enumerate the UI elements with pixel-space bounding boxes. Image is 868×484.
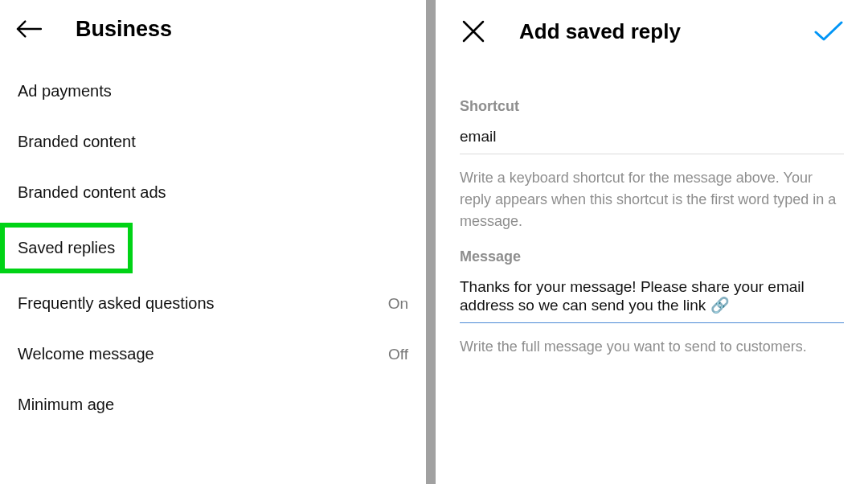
menu-label: Frequently asked questions [18, 294, 215, 313]
menu-status: Off [388, 346, 408, 363]
menu-item-saved-replies[interactable]: Saved replies [0, 223, 133, 273]
menu-status: On [388, 295, 408, 313]
menu-item-faq[interactable]: Frequently asked questions On [0, 278, 426, 329]
menu-label: Ad payments [18, 82, 112, 100]
menu-label: Welcome message [18, 345, 154, 363]
menu-item-welcome-message[interactable]: Welcome message Off [0, 329, 426, 379]
menu-item-branded-content-ads[interactable]: Branded content ads [0, 167, 426, 218]
shortcut-label: Shortcut [460, 98, 844, 115]
page-title-add-saved-reply: Add saved reply [519, 19, 813, 44]
message-helper: Write the full message you want to send … [460, 336, 844, 358]
message-input[interactable]: Thanks for your message! Please share yo… [460, 278, 844, 323]
business-settings-panel: Business Ad payments Branded content Bra… [0, 0, 426, 484]
shortcut-helper: Write a keyboard shortcut for the messag… [460, 167, 844, 232]
add-saved-reply-panel: Add saved reply Shortcut email Write a k… [436, 0, 868, 484]
message-label: Message [460, 248, 844, 265]
left-header: Business [0, 16, 426, 66]
close-icon[interactable] [460, 18, 487, 45]
menu-label: Branded content [18, 133, 136, 151]
menu-item-branded-content[interactable]: Branded content [0, 117, 426, 167]
menu-item-ad-payments[interactable]: Ad payments [0, 66, 426, 117]
shortcut-input[interactable]: email [460, 128, 844, 154]
back-arrow-icon[interactable] [16, 16, 42, 42]
panel-divider [426, 0, 436, 484]
menu-label: Saved replies [18, 239, 115, 256]
form-section: Shortcut email Write a keyboard shortcut… [436, 98, 868, 358]
menu-item-minimum-age[interactable]: Minimum age [0, 379, 426, 430]
menu-label: Branded content ads [18, 183, 166, 202]
right-header: Add saved reply [436, 16, 868, 87]
confirm-check-icon[interactable] [813, 16, 844, 47]
menu-list: Ad payments Branded content Branded cont… [0, 66, 426, 430]
page-title-business: Business [76, 17, 172, 42]
menu-label: Minimum age [18, 396, 114, 414]
